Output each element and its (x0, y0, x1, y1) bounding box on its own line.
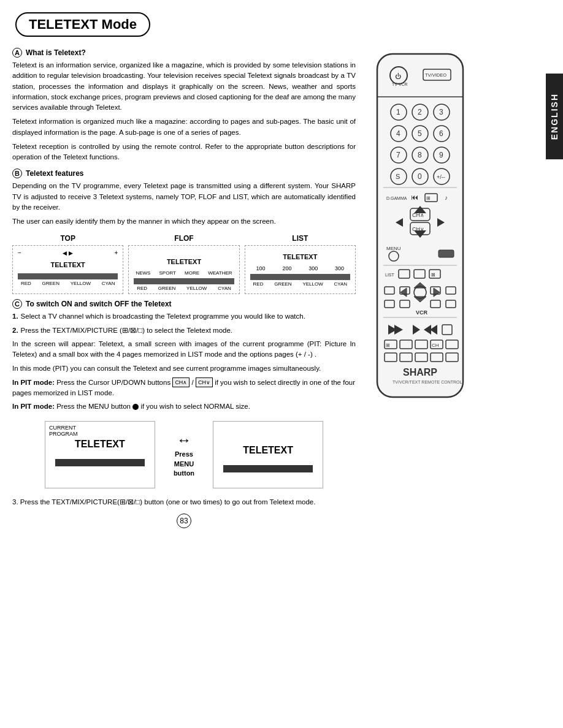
diagram-flof-label: FLOF (128, 234, 239, 243)
svg-text:3: 3 (439, 108, 443, 116)
diagram-list-box: TELETEXT 100 200 300 300 RED GREEN (245, 245, 356, 294)
diagram-list-label: LIST (245, 234, 356, 243)
section-a-letter: A (12, 48, 22, 58)
svg-text:⊞: ⊞ (386, 343, 390, 348)
svg-text:7: 7 (396, 151, 400, 159)
svg-text:VCR: VCR (416, 309, 428, 316)
section-a-para-2: Teletext information is organized much l… (12, 116, 356, 138)
section-c-header: C To switch ON and switch OFF the Telete… (12, 299, 356, 309)
diagram-list: LIST TELETEXT 100 200 300 300 RED (245, 234, 356, 294)
svg-text:TV/VIDEO: TV/VIDEO (425, 72, 446, 78)
svg-text:LIST: LIST (385, 273, 395, 277)
title-box: TELETEXT Mode (15, 12, 150, 37)
section-a: A What is Teletext? Teletext is an infor… (12, 48, 356, 162)
svg-text:TV/VCR/TEXT REMOTE CONTROL: TV/VCR/TEXT REMOTE CONTROL (393, 380, 462, 384)
svg-text:9: 9 (439, 151, 443, 159)
pit-label-3: In PIT mode: (12, 403, 55, 410)
pit-label-2: In PIT mode: (12, 379, 55, 386)
diagram-list-colors: RED GREEN YELLOW CYAN (248, 281, 353, 287)
svg-text:2: 2 (418, 108, 422, 116)
teletext-diagrams: TOP − ◀ ▶ + TELETEXT RED GREEN (12, 234, 356, 294)
diagram-list-bar (250, 274, 350, 280)
section-b-heading: Teletext features (26, 169, 83, 178)
section-a-heading: What is Teletext? (26, 48, 86, 57)
diagram-top-box: − ◀ ▶ + TELETEXT RED GREEN YELLOW CYAN (12, 245, 123, 294)
section-a-para-1: Teletext is an information service, orga… (12, 60, 356, 113)
ch-up-btn: CH∧ (172, 377, 190, 387)
svg-text:CH: CH (432, 343, 439, 348)
diagram-flof-bar (134, 278, 234, 284)
pit-diagram-row: CURRENTPROGRAM TELETEXT ↔ PressMENUbutto… (12, 421, 356, 488)
pit-line-3: In PIT mode: Press the MENU button if yo… (12, 401, 356, 412)
remote-control: ⏻ TV VCR TV/VIDEO 1 2 3 4 (362, 48, 484, 528)
svg-text:⏻: ⏻ (395, 73, 401, 80)
diagram-flof: FLOF TELETEXT NEWS SPORT MORE WEATHER (128, 234, 239, 294)
pit-right-title: TELETEXT (218, 445, 318, 456)
step-1: 1. Select a TV channel which is broadcas… (12, 311, 356, 322)
pit-left-bar (55, 459, 145, 466)
section-c-letter: C (12, 299, 22, 309)
left-content: A What is Teletext? Teletext is an infor… (12, 48, 356, 528)
arrow-text: PressMENUbutton (174, 450, 194, 478)
diagram-list-text: TELETEXT (248, 253, 353, 260)
section-b-para-2: The user can easily identify them by the… (12, 216, 356, 227)
diagram-top-colors: RED GREEN YELLOW CYAN (15, 281, 120, 286)
pit-left-title: TELETEXT (50, 439, 150, 450)
pit-left-box: CURRENTPROGRAM TELETEXT (45, 421, 155, 488)
color-yellow: YELLOW (71, 281, 91, 286)
svg-text:4: 4 (396, 129, 400, 138)
remote-svg: ⏻ TV VCR TV/VIDEO 1 2 3 4 (365, 48, 481, 405)
page-number: 83 (177, 514, 191, 528)
step-1-text: Select a TV channel which is broadcastin… (21, 311, 305, 322)
svg-text:⊞: ⊞ (426, 195, 431, 201)
section-b-para-1: Depending on the TV programme, every Tel… (12, 181, 356, 213)
svg-rect-47 (439, 250, 454, 257)
menu-circle-icon (132, 404, 139, 410)
diagram-list-pages: 100 200 300 300 (248, 265, 353, 271)
step-1-num: 1. (12, 311, 18, 322)
svg-text:⏮: ⏮ (411, 193, 418, 202)
svg-text:MENU: MENU (386, 246, 401, 251)
svg-text:5: 5 (418, 129, 422, 138)
section-a-header: A What is Teletext? (12, 48, 356, 58)
english-label: ENGLISH (550, 93, 559, 140)
diagram-flof-box: TELETEXT NEWS SPORT MORE WEATHER RED GRE… (128, 245, 239, 294)
svg-text:CH∧: CH∧ (412, 212, 424, 218)
ch-down-btn: CH∨ (196, 377, 213, 387)
section-c: C To switch ON and switch OFF the Telete… (12, 299, 356, 488)
diagram-flof-nav: NEWS SPORT MORE WEATHER (131, 270, 236, 276)
pit-right-box: TELETEXT (213, 421, 323, 488)
svg-text:1: 1 (396, 108, 400, 116)
svg-text:6: 6 (439, 129, 443, 138)
svg-text:TV  VCR: TV VCR (392, 82, 408, 86)
step-2: 2. Press the TEXT/MIX/PICTURE (⊞/⊠/□) to… (12, 325, 356, 336)
diagram-top-bar (18, 273, 118, 279)
svg-text:+/--: +/-- (437, 174, 445, 180)
svg-text:♪: ♪ (445, 194, 448, 201)
pit-line-1: In this mode (PIT) you can consult the T… (12, 363, 356, 374)
svg-text:D.GAMMA: D.GAMMA (386, 196, 407, 200)
arrow-symbol: ↔ (177, 431, 191, 449)
step-2-num: 2. (12, 325, 18, 336)
pit-arrow: ↔ PressMENUbutton (174, 431, 194, 478)
svg-text:S: S (396, 173, 400, 180)
svg-text:8: 8 (418, 151, 422, 159)
diagram-top: TOP − ◀ ▶ + TELETEXT RED GREEN (12, 234, 123, 294)
nav-arrows: ◀ ▶ (63, 250, 73, 256)
diagram-flof-colors: RED GREEN YELLOW CYAN (131, 286, 236, 291)
english-tab: ENGLISH (546, 74, 563, 159)
pit-left-label: CURRENTPROGRAM (49, 425, 78, 437)
pit-right-bar (223, 465, 313, 472)
svg-text:0: 0 (418, 172, 422, 181)
diagram-top-nav: − ◀ ▶ + (15, 249, 120, 256)
color-green: GREEN (42, 281, 59, 286)
diagram-top-text: TELETEXT (15, 261, 120, 268)
svg-text:SHARP: SHARP (403, 367, 437, 377)
step-2-text: Press the TEXT/MIX/PICTURE (⊞/⊠/□) to se… (21, 325, 232, 336)
diagram-flof-text: TELETEXT (131, 258, 236, 265)
in-screen-text: In the screen will appear: Teletext, a s… (12, 339, 356, 360)
pit-line-2: In PIT mode: Press the Cursor UP/DOWN bu… (12, 377, 356, 399)
section-b-header: B Teletext features (12, 169, 356, 178)
section-a-para-3: Teletext reception is controlled by usin… (12, 142, 356, 163)
step-3-text: 3. Press the TEXT/MIX/PICTURE(⊞/⊠/□) but… (12, 498, 356, 506)
